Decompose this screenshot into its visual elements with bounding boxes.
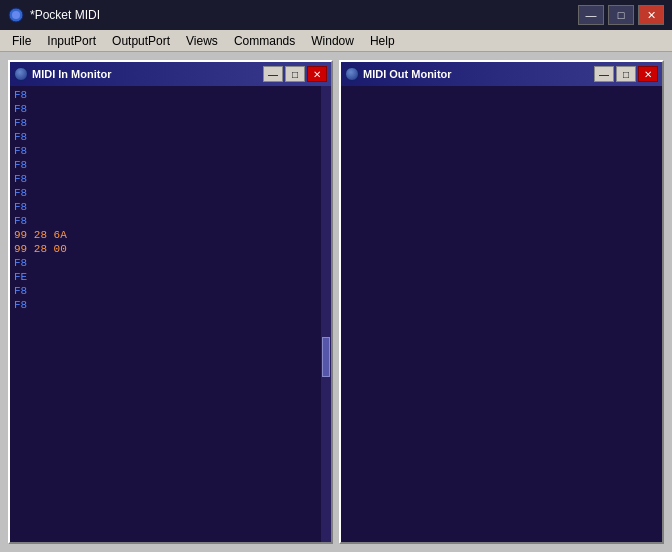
midi-in-controls: — □ ✕: [263, 66, 327, 82]
log-line: F8: [14, 284, 327, 298]
midi-in-log: F8F8F8F8F8F8F8F8F8F899 28 6A99 28 00F8FE…: [10, 86, 331, 542]
midi-in-monitor-window: MIDI In Monitor — □ ✕ F8F8F8F8F8F8F8F8F8…: [8, 60, 333, 544]
log-line: F8: [14, 256, 327, 270]
log-line: F8: [14, 186, 327, 200]
log-line: F8: [14, 102, 327, 116]
log-line: F8: [14, 158, 327, 172]
midi-in-close-button[interactable]: ✕: [307, 66, 327, 82]
menu-outputport[interactable]: OutputPort: [104, 30, 178, 51]
main-area: MIDI In Monitor — □ ✕ F8F8F8F8F8F8F8F8F8…: [0, 52, 672, 552]
menu-inputport[interactable]: InputPort: [39, 30, 104, 51]
log-line: 99 28 00: [14, 242, 327, 256]
window-controls: — □ ✕: [578, 5, 664, 25]
log-line: F8: [14, 200, 327, 214]
app-icon: [8, 7, 24, 23]
close-button[interactable]: ✕: [638, 5, 664, 25]
menu-commands[interactable]: Commands: [226, 30, 303, 51]
log-line: F8: [14, 116, 327, 130]
midi-out-titlebar: MIDI Out Monitor — □ ✕: [341, 62, 662, 86]
midi-out-title: MIDI Out Monitor: [363, 68, 452, 80]
menu-views[interactable]: Views: [178, 30, 226, 51]
midi-in-minimize-button[interactable]: —: [263, 66, 283, 82]
midi-out-maximize-button[interactable]: □: [616, 66, 636, 82]
menu-help[interactable]: Help: [362, 30, 403, 51]
log-line: F8: [14, 172, 327, 186]
app-title: *Pocket MIDI: [30, 8, 100, 22]
midi-in-maximize-button[interactable]: □: [285, 66, 305, 82]
midi-in-titlebar: MIDI In Monitor — □ ✕: [10, 62, 331, 86]
midi-out-controls: — □ ✕: [594, 66, 658, 82]
log-line: F8: [14, 298, 327, 312]
log-line: FE: [14, 270, 327, 284]
midi-out-close-button[interactable]: ✕: [638, 66, 658, 82]
midi-in-title: MIDI In Monitor: [32, 68, 111, 80]
log-line: F8: [14, 88, 327, 102]
log-line: 99 28 6A: [14, 228, 327, 242]
menu-window[interactable]: Window: [303, 30, 362, 51]
svg-point-1: [12, 11, 20, 19]
midi-in-icon: [14, 67, 28, 81]
log-line: F8: [14, 144, 327, 158]
scrollbar-track[interactable]: [321, 86, 331, 542]
minimize-button[interactable]: —: [578, 5, 604, 25]
midi-out-log: [341, 86, 662, 542]
midi-out-icon: [345, 67, 359, 81]
title-bar: *Pocket MIDI — □ ✕: [0, 0, 672, 30]
menu-bar: File InputPort OutputPort Views Commands…: [0, 30, 672, 52]
maximize-button[interactable]: □: [608, 5, 634, 25]
midi-out-minimize-button[interactable]: —: [594, 66, 614, 82]
log-line: F8: [14, 130, 327, 144]
menu-file[interactable]: File: [4, 30, 39, 51]
scrollbar-thumb[interactable]: [322, 337, 330, 377]
midi-out-monitor-window: MIDI Out Monitor — □ ✕: [339, 60, 664, 544]
log-line: F8: [14, 214, 327, 228]
